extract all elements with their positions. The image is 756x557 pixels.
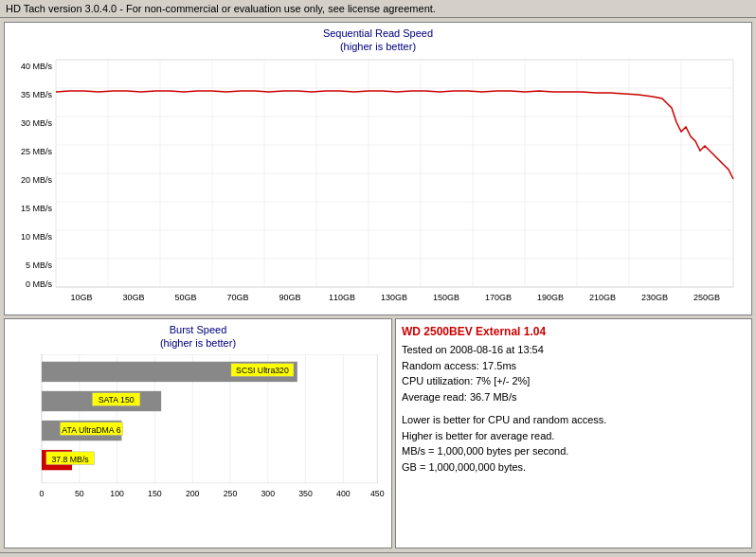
svg-text:200: 200 [186,489,200,498]
info-note-4: GB = 1,000,000,000 bytes. [402,459,746,476]
svg-text:10GB: 10GB [70,293,92,302]
svg-text:210GB: 210GB [589,293,616,302]
info-note-3: MB/s = 1,000,000 bytes per second. [402,443,746,459]
sequential-chart-title: Sequential Read Speed (higher is better) [9,27,747,54]
info-line-3: CPU utilization: 7% [+/- 2%] [402,373,746,389]
svg-text:0: 0 [40,489,45,498]
sequential-svg: 40 MB/s 35 MB/s 30 MB/s 25 MB/s 20 MB/s … [9,56,747,302]
svg-text:SATA 150: SATA 150 [99,395,135,404]
burst-chart-area: SCSI Ultra320 SATA 150 ATA UltraDMA 6 37… [9,354,387,511]
svg-text:230GB: 230GB [641,293,668,302]
svg-text:110GB: 110GB [329,293,355,302]
svg-text:350: 350 [298,489,313,498]
svg-text:250GB: 250GB [693,293,720,302]
title-text: HD Tach version 3.0.4.0 - For non-commer… [6,3,436,14]
svg-text:300: 300 [261,489,275,498]
bottom-section: Burst Speed (higher is better) [4,318,752,548]
info-note-1: Lower is better for CPU and random acces… [402,412,746,428]
burst-title-1: Burst Speed [9,323,387,336]
svg-text:130GB: 130GB [381,293,407,302]
title-bar: HD Tach version 3.0.4.0 - For non-commer… [0,0,756,18]
burst-title-2: (higher is better) [9,336,387,350]
drive-name: WD 2500BEV External 1.04 [402,325,746,338]
burst-chart-title: Burst Speed (higher is better) [9,323,387,350]
svg-text:35 MB/s: 35 MB/s [21,90,53,99]
info-panel: WD 2500BEV External 1.04 Tested on 2008-… [395,318,752,548]
info-note-2: Higher is better for average read. [402,428,746,444]
svg-text:400: 400 [336,489,351,498]
svg-text:70GB: 70GB [226,293,248,302]
burst-svg: SCSI Ultra320 SATA 150 ATA UltraDMA 6 37… [9,354,387,511]
svg-text:30GB: 30GB [122,293,144,302]
footer: Save Results Upload Results Compare Anot… [0,552,756,557]
info-details: Tested on 2008-08-16 at 13:54 Random acc… [402,342,746,404]
svg-text:150: 150 [148,489,162,498]
svg-text:15 MB/s: 15 MB/s [21,204,53,213]
sequential-chart: Sequential Read Speed (higher is better)… [4,22,752,315]
info-notes: Lower is better for CPU and random acces… [402,412,746,475]
svg-text:100: 100 [110,489,124,498]
svg-text:ATA UltraDMA 6: ATA UltraDMA 6 [62,424,120,434]
svg-text:50GB: 50GB [174,293,196,302]
svg-text:190GB: 190GB [537,293,564,302]
svg-text:450: 450 [370,489,385,498]
svg-text:37.8 MB/s: 37.8 MB/s [51,454,89,463]
info-line-1: Tested on 2008-08-16 at 13:54 [402,342,746,358]
svg-text:150GB: 150GB [433,293,459,302]
svg-text:40 MB/s: 40 MB/s [21,62,53,71]
svg-text:50: 50 [75,489,84,498]
main-container: Sequential Read Speed (higher is better)… [0,18,756,552]
burst-chart: Burst Speed (higher is better) [4,318,392,548]
info-line-2: Random access: 17.5ms [402,358,746,374]
svg-text:5 MB/s: 5 MB/s [26,261,53,270]
svg-text:90GB: 90GB [279,293,300,302]
svg-text:170GB: 170GB [485,293,512,302]
sequential-chart-area: 40 MB/s 35 MB/s 30 MB/s 25 MB/s 20 MB/s … [9,56,747,302]
info-line-4: Average read: 36.7 MB/s [402,389,746,405]
svg-text:30 MB/s: 30 MB/s [21,118,53,128]
seq-title-2: (higher is better) [9,40,747,53]
svg-text:250: 250 [224,489,238,498]
svg-text:25 MB/s: 25 MB/s [21,147,53,156]
svg-text:20 MB/s: 20 MB/s [21,175,53,185]
svg-text:10 MB/s: 10 MB/s [21,232,53,242]
svg-text:SCSI Ultra320: SCSI Ultra320 [236,366,289,375]
svg-text:0 MB/s: 0 MB/s [26,279,53,289]
seq-title-1: Sequential Read Speed [9,27,747,40]
